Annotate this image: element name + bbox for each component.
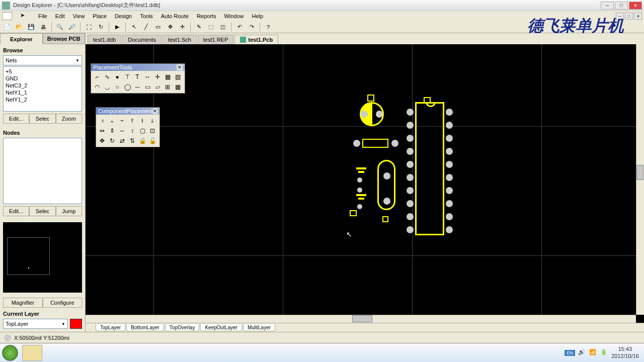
list-item[interactable]: NetY1_2 bbox=[5, 96, 80, 103]
unlock-icon[interactable]: 🔓 bbox=[147, 136, 157, 146]
doc-tab-active[interactable]: test1.Pcb bbox=[234, 35, 278, 44]
pcb-ic-chip[interactable] bbox=[415, 102, 444, 235]
align-top-icon[interactable]: ⫯ bbox=[127, 116, 137, 126]
layer-tab[interactable]: BottomLayer bbox=[126, 324, 164, 331]
doc-close[interactable]: ✕ bbox=[634, 13, 642, 20]
align-mid-icon[interactable]: ⫲ bbox=[137, 116, 147, 126]
doc-tab[interactable]: test1.ddb bbox=[88, 35, 121, 44]
arc1-icon[interactable]: ◠ bbox=[92, 82, 102, 92]
align-center-icon[interactable]: ⫠ bbox=[107, 116, 117, 126]
flip-icon[interactable]: ⇄ bbox=[117, 136, 127, 146]
minimize-button[interactable]: ─ bbox=[601, 2, 614, 10]
arc4-icon[interactable]: ◯ bbox=[122, 82, 132, 92]
horizontal-scrollbar[interactable] bbox=[86, 315, 636, 323]
placement-tools-toolbar[interactable]: PlacementTools✕ ⌐ ∿ ● ⊤ T ↔ ✛ ▦ ▧ ◠ ◡ ○ … bbox=[91, 63, 185, 94]
layer-tab[interactable]: MultiLayer bbox=[243, 324, 275, 331]
refresh-icon[interactable]: ↻ bbox=[96, 22, 106, 32]
edit-button[interactable]: Edit... bbox=[3, 114, 29, 124]
align-right-icon[interactable]: ⫟ bbox=[117, 116, 127, 126]
preview-minimap[interactable] bbox=[3, 222, 82, 293]
menu-file[interactable]: File bbox=[34, 12, 51, 20]
tray-icon[interactable]: 🔋 bbox=[600, 349, 608, 357]
select-button-2[interactable]: Selec bbox=[29, 206, 55, 216]
arc2-icon[interactable]: ◡ bbox=[102, 82, 112, 92]
layer-dropdown[interactable]: TopLayer bbox=[3, 319, 68, 329]
crosshair-icon[interactable]: ✛ bbox=[177, 22, 187, 32]
language-indicator[interactable]: EN bbox=[565, 350, 575, 356]
space-v-icon[interactable]: ↕ bbox=[127, 126, 137, 136]
fill-icon[interactable]: ▦ bbox=[163, 72, 173, 82]
maximize-button[interactable]: □ bbox=[615, 2, 628, 10]
arc3-icon[interactable]: ○ bbox=[112, 82, 122, 92]
pcb-canvas[interactable]: ↖ PlacementTools✕ ⌐ ∿ ● ⊤ T ↔ ✛ ▦ bbox=[86, 44, 644, 323]
save-icon[interactable]: 💾 bbox=[26, 22, 36, 32]
layer-tab[interactable]: TopOverlay bbox=[165, 324, 200, 331]
menu-view[interactable]: View bbox=[69, 12, 89, 20]
tab-browse-pcb[interactable]: Browse PCB bbox=[43, 33, 86, 44]
menu-edit[interactable]: Edit bbox=[51, 12, 69, 20]
rotate-icon[interactable]: ↻ bbox=[107, 136, 117, 146]
tray-icon[interactable]: 🔊 bbox=[578, 349, 586, 357]
menu-place[interactable]: Place bbox=[89, 12, 111, 20]
pcb-component-round[interactable] bbox=[360, 102, 384, 126]
pointer-icon[interactable]: ↖ bbox=[129, 22, 139, 32]
list-item[interactable]: +5 bbox=[5, 68, 80, 75]
browse-dropdown[interactable]: Nets bbox=[3, 55, 82, 65]
undo-icon[interactable]: ↶ bbox=[234, 22, 245, 32]
menu-autoroute[interactable]: Auto Route bbox=[157, 12, 193, 20]
group-icon[interactable]: ⊡ bbox=[147, 126, 157, 136]
close-icon[interactable]: ✕ bbox=[177, 64, 183, 70]
space-h-icon[interactable]: ↔ bbox=[117, 126, 127, 136]
doc-tab[interactable]: Documents bbox=[122, 35, 162, 44]
place-icon[interactable]: ⬚ bbox=[206, 22, 216, 32]
menu-design[interactable]: Design bbox=[111, 12, 136, 20]
tray-icon[interactable]: 📶 bbox=[589, 349, 597, 357]
lock-icon[interactable]: 🔒 bbox=[137, 136, 147, 146]
component-placement-toolbar[interactable]: ComponentPlacement✕ ⫞ ⫠ ⫟ ⫯ ⫲ ⫰ ⇔ ⇕ ↔ ↕ … bbox=[96, 107, 160, 147]
poly-icon[interactable]: ▧ bbox=[173, 72, 183, 82]
line-icon[interactable]: ─ bbox=[132, 82, 142, 92]
list-item[interactable]: NetC3_2 bbox=[5, 82, 80, 89]
doc-tab[interactable]: test1.REP bbox=[198, 35, 234, 44]
layer-color-swatch[interactable] bbox=[70, 319, 82, 329]
edit-button-2[interactable]: Edit... bbox=[3, 206, 29, 216]
pcb-component-rect[interactable] bbox=[362, 139, 388, 148]
taskbar-app[interactable] bbox=[22, 345, 42, 361]
redo-icon[interactable]: ↷ bbox=[247, 22, 257, 32]
nodes-list[interactable] bbox=[3, 138, 82, 204]
move-icon[interactable]: ✥ bbox=[165, 22, 175, 32]
menu-tools[interactable]: Tools bbox=[136, 12, 157, 20]
align-bot-icon[interactable]: ⫰ bbox=[147, 116, 157, 126]
dist-h-icon[interactable]: ⇔ bbox=[97, 126, 107, 136]
vertical-scrollbar[interactable] bbox=[636, 44, 644, 315]
line-icon[interactable]: ╱ bbox=[141, 22, 151, 32]
menu-reports[interactable]: Reports bbox=[193, 12, 220, 20]
via-icon[interactable]: ⊤ bbox=[122, 72, 132, 82]
list-item[interactable]: GND bbox=[5, 75, 80, 82]
fit-icon[interactable]: ⛶ bbox=[84, 22, 94, 32]
tab-explorer[interactable]: Explorer bbox=[0, 33, 43, 44]
help-icon[interactable]: ? bbox=[263, 22, 273, 32]
region-icon[interactable]: ▱ bbox=[152, 82, 163, 92]
move-icon[interactable]: ✥ bbox=[97, 136, 107, 146]
pad-icon[interactable]: ● bbox=[112, 72, 122, 82]
menu-help[interactable]: Help bbox=[248, 12, 268, 20]
list-item[interactable]: NetY1_1 bbox=[5, 89, 80, 96]
component-icon[interactable]: ◫ bbox=[218, 22, 228, 32]
dimension-icon[interactable]: ↔ bbox=[142, 72, 152, 82]
coord-icon[interactable]: ✛ bbox=[152, 72, 163, 82]
doc-tab[interactable]: test1.Sch bbox=[163, 35, 197, 44]
zoom-in-icon[interactable]: 🔍 bbox=[55, 22, 65, 32]
layer-tab[interactable]: TopLayer bbox=[96, 324, 125, 331]
close-button[interactable]: ✕ bbox=[629, 2, 642, 10]
edit-icon[interactable]: ✎ bbox=[194, 22, 204, 32]
array-icon[interactable]: ⊞ bbox=[163, 82, 173, 92]
layer-tab[interactable]: KeepOutLayer bbox=[200, 324, 242, 331]
close-icon[interactable]: ✕ bbox=[153, 108, 157, 114]
doc-maximize[interactable]: □ bbox=[625, 13, 633, 20]
text-icon[interactable]: T bbox=[132, 72, 142, 82]
open-icon[interactable]: 📂 bbox=[14, 22, 24, 32]
swap-icon[interactable]: ⇅ bbox=[127, 136, 137, 146]
grid-icon[interactable]: ▦ bbox=[173, 82, 183, 92]
track-icon[interactable]: ⌐ bbox=[92, 72, 102, 82]
